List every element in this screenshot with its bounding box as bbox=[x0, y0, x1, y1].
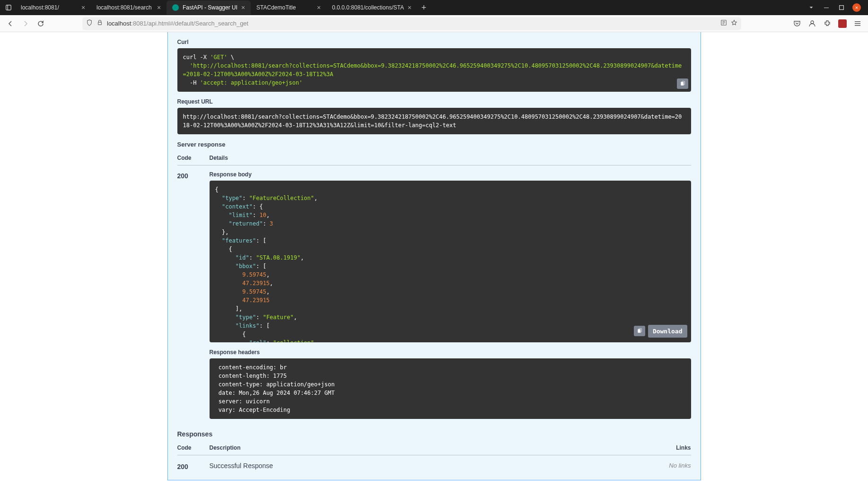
description-column-header: Description bbox=[210, 444, 653, 451]
fastapi-favicon-icon bbox=[172, 4, 179, 11]
code-column-header: Code bbox=[177, 444, 210, 451]
back-button[interactable] bbox=[4, 17, 17, 30]
copy-response-button[interactable] bbox=[634, 326, 645, 336]
close-icon[interactable]: × bbox=[155, 4, 163, 11]
download-button[interactable]: Download bbox=[648, 325, 687, 338]
ublock-icon[interactable] bbox=[836, 17, 849, 30]
swagger-panel: Curl curl -X 'GET' \ 'http://localhost:8… bbox=[167, 32, 701, 480]
svg-rect-0 bbox=[6, 5, 11, 10]
nav-bar: localhost:8081/api.html#/default/Search_… bbox=[0, 15, 868, 32]
sidebar-toggle-icon[interactable] bbox=[2, 2, 15, 13]
window-close-button[interactable]: × bbox=[851, 2, 862, 13]
tab-title: localhost:8081/search bbox=[96, 4, 153, 11]
request-url-block: http://localhost:8081/search?collections… bbox=[177, 108, 691, 134]
reload-button[interactable] bbox=[34, 17, 47, 30]
tab-bar: localhost:8081/ × localhost:8081/search … bbox=[0, 0, 868, 15]
code-column-header: Code bbox=[177, 155, 210, 161]
response-body-block: { "type": "FeatureCollection", "context"… bbox=[210, 181, 691, 342]
svg-rect-10 bbox=[855, 23, 860, 24]
request-url-heading: Request URL bbox=[177, 98, 691, 105]
links-column-header: Links bbox=[653, 444, 691, 451]
bookmark-icon[interactable] bbox=[731, 19, 737, 27]
tab-collections[interactable]: 0.0.0.0:8081/collections/STA × bbox=[326, 0, 417, 15]
minimize-icon[interactable]: ─ bbox=[821, 2, 832, 13]
svg-rect-11 bbox=[855, 25, 860, 26]
url-text: localhost:8081/api.html#/default/Search_… bbox=[107, 20, 717, 27]
responses-description: Successful Response bbox=[210, 462, 653, 470]
response-table-header: Code Details bbox=[177, 151, 691, 165]
tab-localhost-root[interactable]: localhost:8081/ × bbox=[15, 0, 91, 15]
svg-rect-3 bbox=[98, 22, 102, 25]
responses-heading: Responses bbox=[177, 430, 691, 438]
tab-title: 0.0.0.0:8081/collections/STA bbox=[332, 4, 404, 11]
tab-localhost-search[interactable]: localhost:8081/search × bbox=[91, 0, 167, 15]
svg-rect-9 bbox=[855, 21, 860, 22]
curl-heading: Curl bbox=[177, 39, 691, 45]
tab-stacdemotitle[interactable]: STACdemoTitle × bbox=[251, 0, 326, 15]
menu-icon[interactable] bbox=[851, 17, 864, 30]
pocket-icon[interactable] bbox=[790, 17, 804, 30]
responses-row: 200 Successful Response No links bbox=[177, 462, 691, 470]
response-headers-block: content-encoding: br content-length: 177… bbox=[210, 358, 691, 419]
new-tab-button[interactable]: + bbox=[417, 1, 430, 14]
response-row: 200 Response body { "type": "FeatureColl… bbox=[177, 171, 691, 426]
details-column-header: Details bbox=[210, 155, 691, 161]
close-icon[interactable]: × bbox=[239, 4, 247, 11]
tab-fastapi-swagger[interactable]: FastAPI - Swagger UI × bbox=[167, 0, 251, 15]
account-icon[interactable] bbox=[806, 17, 819, 30]
curl-block: curl -X 'GET' \ 'http://localhost:8081/s… bbox=[177, 48, 691, 92]
response-code: 200 bbox=[177, 171, 210, 426]
close-icon[interactable]: × bbox=[315, 4, 323, 11]
tab-title: localhost:8081/ bbox=[21, 4, 78, 11]
tab-dropdown-icon[interactable] bbox=[806, 2, 817, 13]
browser-chrome: localhost:8081/ × localhost:8081/search … bbox=[0, 0, 868, 32]
responses-table-header: Code Description Links bbox=[177, 441, 691, 455]
server-response-heading: Server response bbox=[177, 141, 691, 148]
close-icon[interactable]: × bbox=[406, 4, 413, 11]
extensions-icon[interactable] bbox=[821, 17, 834, 30]
url-bar[interactable]: localhost:8081/api.html#/default/Search_… bbox=[82, 17, 741, 30]
copy-curl-button[interactable] bbox=[677, 78, 688, 89]
close-icon[interactable]: × bbox=[79, 4, 87, 11]
tab-title: FastAPI - Swagger UI bbox=[183, 4, 237, 11]
response-headers-heading: Response headers bbox=[210, 349, 691, 356]
responses-code: 200 bbox=[177, 462, 210, 470]
svg-point-8 bbox=[811, 21, 814, 24]
maximize-icon[interactable] bbox=[836, 2, 847, 13]
responses-links: No links bbox=[653, 462, 691, 470]
shield-icon[interactable] bbox=[86, 19, 93, 27]
tab-title: STACdemoTitle bbox=[256, 4, 313, 11]
reader-icon[interactable] bbox=[720, 19, 727, 27]
svg-rect-2 bbox=[840, 6, 844, 10]
forward-button[interactable] bbox=[19, 17, 32, 30]
lock-icon[interactable] bbox=[96, 19, 103, 27]
response-body-heading: Response body bbox=[210, 171, 691, 178]
